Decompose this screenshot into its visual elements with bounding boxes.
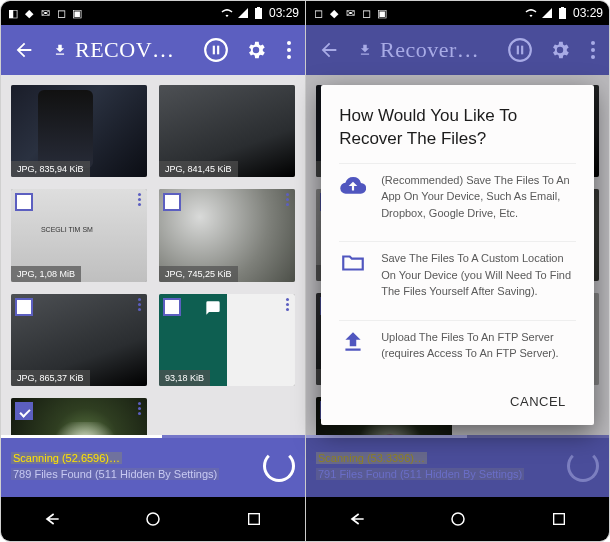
svg-rect-19 [553,514,564,525]
item-menu-icon[interactable] [133,193,145,206]
loading-spinner [567,450,599,482]
image-grid-scroll[interactable]: JPG, 835,94 KiB JPG, 841,45 KiB JPG, 1,0… [1,75,305,435]
scan-progress [1,435,305,438]
nav-recent[interactable] [536,505,582,533]
toolbar-title: RECOVER… [75,37,185,63]
back-button[interactable] [312,33,346,67]
toolbar-title: Recover… [380,37,479,63]
file-info-badge: JPG, 835,94 KiB [11,161,90,177]
status-system: 03:29 [221,6,299,20]
notif-icon: ✉ [39,7,51,19]
notif-icon: ◻ [55,7,67,19]
image-grid: JPG, 835,94 KiB JPG, 841,45 KiB JPG, 1,0… [11,85,295,435]
svg-rect-0 [255,8,262,19]
app-toolbar: RECOVER… [1,25,305,75]
svg-rect-3 [213,46,215,55]
item-menu-icon[interactable] [281,298,293,311]
svg-rect-13 [517,46,519,55]
recover-option-ftp[interactable]: Upload The Files To An FTP Server (requi… [339,320,576,370]
nav-home[interactable] [130,505,176,533]
svg-point-15 [591,41,595,45]
select-checkbox[interactable] [163,298,181,316]
nav-recent[interactable] [231,505,277,533]
status-clock: 03:29 [573,6,603,20]
svg-rect-1 [257,7,260,8]
dialog-scrim[interactable]: How Would You Like To Recover The Files?… [306,75,609,435]
download-icon [53,41,67,59]
status-notifications: ◧ ◆ ✉ ◻ ▣ [7,7,83,19]
scan-status-bar: Scanning (52.6596)… 789 Files Found (511… [1,435,305,497]
scan-status-line1: Scanning (53.3396)… [316,450,524,467]
upload-icon [339,329,367,362]
thumbnail[interactable]: JPG, 841,45 KiB [159,85,295,177]
nav-back[interactable] [29,505,75,533]
pause-button[interactable] [503,33,537,67]
folder-icon [339,250,367,300]
thumbnail[interactable]: 93,18 KiB [159,294,295,386]
nav-home[interactable] [435,505,481,533]
thumbnail[interactable]: 160,75 KiB [11,398,147,435]
svg-rect-14 [521,46,523,55]
phone-left: ◧ ◆ ✉ ◻ ▣ 03:29 RECOVER… [1,1,305,541]
scan-status-line2: 789 Files Found (511 Hidden By Settings) [11,466,219,483]
wifi-icon [525,7,537,19]
option-text: Upload The Files To An FTP Server (requi… [381,329,576,362]
select-checkbox[interactable] [163,193,181,211]
pause-button[interactable] [199,33,233,67]
svg-point-18 [452,513,464,525]
back-button[interactable] [7,33,41,67]
item-menu-icon[interactable] [133,402,145,415]
svg-point-6 [287,48,291,52]
battery-icon [557,7,569,19]
svg-point-7 [287,55,291,59]
thumbnail[interactable]: JPG, 835,94 KiB [11,85,147,177]
option-text: (Recommended) Save The Files To An App O… [381,172,576,222]
select-checkbox[interactable] [15,402,33,420]
option-text: Save The Files To A Custom Location On Y… [381,250,576,300]
svg-rect-4 [217,46,219,55]
file-info-badge: JPG, 1,08 MiB [11,266,81,282]
status-notifications: ◻ ◆ ✉ ◻ ▣ [312,7,388,19]
file-info-badge: 93,18 KiB [159,370,210,386]
download-icon [358,41,372,59]
system-navbar [306,497,609,541]
file-info-badge: JPG, 841,45 KiB [159,161,238,177]
dialog-buttons: CANCEL [339,382,576,415]
cancel-button[interactable]: CANCEL [500,388,576,415]
notif-icon: ◆ [328,7,340,19]
svg-rect-9 [249,514,260,525]
wifi-icon [221,7,233,19]
settings-button[interactable] [543,33,577,67]
select-checkbox[interactable] [15,298,33,316]
nav-back[interactable] [334,505,380,533]
recover-option-cloud[interactable]: (Recommended) Save The Files To An App O… [339,163,576,230]
signal-icon [541,7,553,19]
notif-icon: ✉ [344,7,356,19]
svg-point-5 [287,41,291,45]
status-bar: ◻ ◆ ✉ ◻ ▣ 03:29 [306,1,609,25]
scan-status-bar: Scanning (53.3396)… 791 Files Found (511… [306,435,609,497]
overflow-menu[interactable] [279,33,299,67]
battery-icon [253,7,265,19]
item-menu-icon[interactable] [133,298,145,311]
thumbnail[interactable]: JPG, 745,25 KiB [159,189,295,281]
svg-rect-10 [559,8,566,19]
loading-spinner [263,450,295,482]
notif-icon: ▣ [376,7,388,19]
item-menu-icon[interactable] [281,193,293,206]
recover-option-folder[interactable]: Save The Files To A Custom Location On Y… [339,241,576,308]
scan-status-line1: Scanning (52.6596)… [11,450,219,467]
phone-right: ◻ ◆ ✉ ◻ ▣ 03:29 Recover… JPG, 835,94 KiB… [305,1,609,541]
recover-dialog: How Would You Like To Recover The Files?… [321,85,594,425]
scan-progress [306,435,609,438]
settings-button[interactable] [239,33,273,67]
overflow-menu[interactable] [583,33,603,67]
thumbnail[interactable]: JPG, 865,37 KiB [11,294,147,386]
svg-point-2 [205,39,227,61]
svg-rect-11 [561,7,564,8]
select-checkbox[interactable] [15,193,33,211]
thumbnail[interactable]: JPG, 1,08 MiB [11,189,147,281]
notif-icon: ◆ [23,7,35,19]
notif-icon: ◻ [312,7,324,19]
file-info-badge: JPG, 745,25 KiB [159,266,238,282]
